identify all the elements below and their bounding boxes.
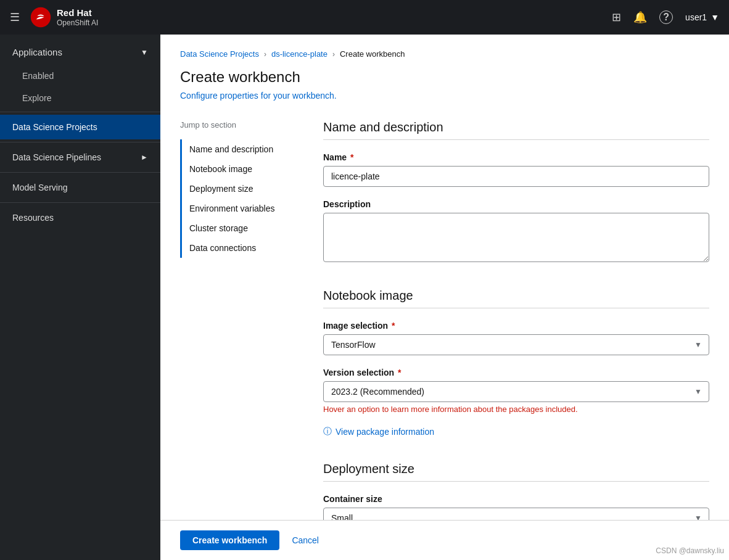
name-form-group: Name * (323, 152, 709, 187)
notebook-image-section: Notebook image Image selection * TensorF… (323, 289, 709, 437)
breadcrumb-current: Create workbench (340, 49, 405, 59)
sidebar-item-data-science-projects[interactable]: Data Science Projects (0, 115, 160, 139)
breadcrumb: Data Science Projects › ds-licence-plate… (180, 49, 709, 59)
user-chevron-icon: ▼ (710, 12, 719, 22)
image-selection-label: Image selection * (323, 321, 709, 331)
breadcrumb-sep-1: › (264, 50, 266, 59)
image-select[interactable]: TensorFlow PyTorch CUDA Standard Data Sc… (323, 334, 709, 355)
sidebar-divider-4 (0, 202, 160, 203)
view-package-label: View package information (336, 427, 434, 437)
applications-label: Applications (12, 47, 62, 57)
deployment-size-heading: Deployment size (323, 462, 709, 482)
grid-icon[interactable]: ⊞ (612, 10, 621, 24)
sidebar-item-enabled[interactable]: Enabled (0, 65, 160, 87)
name-label-text: Name (323, 152, 347, 162)
description-label: Description (323, 199, 709, 209)
image-select-wrapper: TensorFlow PyTorch CUDA Standard Data Sc… (323, 334, 709, 355)
explore-label: Explore (22, 93, 51, 103)
page-footer: Create workbench Cancel (160, 520, 729, 560)
notebook-image-heading: Notebook image (323, 289, 709, 308)
dsp-label: Data Science Projects (12, 122, 97, 132)
jump-nav-items: Name and description Notebook image Depl… (180, 139, 303, 258)
page-subtitle: Configure properties for your workbench. (180, 91, 709, 101)
name-input[interactable] (323, 166, 709, 187)
name-description-heading: Name and description (323, 120, 709, 140)
version-select-wrapper: 2023.2 (Recommended) 2023.1 2022.2 ▼ (323, 381, 709, 402)
brand-text: Red Hat OpenShift AI (57, 7, 98, 27)
jump-nav: Jump to section Name and description Not… (180, 120, 303, 520)
resources-label: Resources (12, 213, 54, 223)
description-textarea[interactable] (323, 213, 709, 262)
brand: Red Hat OpenShift AI (30, 6, 98, 28)
view-package-link[interactable]: ⓘ View package information (323, 426, 709, 437)
user-label: user1 (685, 12, 707, 22)
container-select[interactable]: Small Medium Large Custom (323, 508, 709, 520)
breadcrumb-sep-2: › (332, 50, 335, 59)
hamburger-icon[interactable]: ☰ (10, 10, 20, 24)
image-selection-form-group: Image selection * TensorFlow PyTorch CUD… (323, 321, 709, 355)
jump-nav-title: Jump to section (180, 120, 303, 130)
container-select-wrapper: Small Medium Large Custom ▼ (323, 508, 709, 520)
sidebar-nav: Applications ▼ Enabled Explore Data Scie… (0, 35, 160, 235)
user-menu[interactable]: user1 ▼ (685, 12, 719, 22)
sidebar: Applications ▼ Enabled Explore Data Scie… (0, 35, 160, 560)
sidebar-item-explore[interactable]: Explore (0, 87, 160, 109)
navbar-right: ⊞ 🔔 ? user1 ▼ (612, 10, 719, 24)
image-selection-label-text: Image selection (323, 321, 388, 331)
breadcrumb-dsp[interactable]: Data Science Projects (180, 49, 259, 59)
sidebar-divider-1 (0, 112, 160, 112)
version-hint: Hover an option to learn more informatio… (323, 405, 709, 414)
redhat-logo-icon (30, 6, 52, 28)
sidebar-item-data-science-pipelines[interactable]: Data Science Pipelines ► (0, 145, 160, 170)
brand-sub: OpenShift AI (57, 19, 98, 27)
name-description-section: Name and description Name * Description (323, 120, 709, 264)
top-navbar: ☰ Red Hat OpenShift AI ⊞ 🔔 ? user1 ▼ (0, 0, 729, 35)
jump-nav-environment-variables[interactable]: Environment variables (182, 199, 303, 218)
jump-nav-data-connections[interactable]: Data connections (182, 238, 303, 258)
name-required: * (350, 152, 353, 162)
navbar-left: ☰ Red Hat OpenShift AI (10, 6, 98, 28)
applications-chevron-icon: ▼ (141, 48, 148, 57)
version-selection-label-text: Version selection (323, 368, 394, 377)
container-size-form-group: Container size Small Medium Large Custom… (323, 494, 709, 520)
sidebar-divider-3 (0, 172, 160, 173)
cancel-button[interactable]: Cancel (289, 530, 321, 550)
pipelines-chevron-icon: ► (141, 153, 148, 162)
jump-nav-cluster-storage[interactable]: Cluster storage (182, 218, 303, 238)
sidebar-item-resources[interactable]: Resources (0, 205, 160, 230)
version-select[interactable]: 2023.2 (Recommended) 2023.1 2022.2 (323, 381, 709, 402)
create-workbench-button[interactable]: Create workbench (180, 530, 279, 550)
container-size-label: Container size (323, 494, 709, 504)
form-layout: Jump to section Name and description Not… (180, 120, 709, 520)
form-section: Name and description Name * Description (323, 120, 709, 520)
ms-label: Model Serving (12, 183, 68, 192)
sidebar-item-model-serving[interactable]: Model Serving (0, 175, 160, 200)
page-content: Data Science Projects › ds-licence-plate… (160, 35, 729, 520)
app-layout: Applications ▼ Enabled Explore Data Scie… (0, 35, 729, 560)
info-circle-icon: ⓘ (323, 426, 332, 437)
jump-nav-name-description[interactable]: Name and description (182, 139, 303, 159)
help-icon[interactable]: ? (659, 10, 673, 24)
content-area: Data Science Projects › ds-licence-plate… (160, 35, 729, 560)
name-label: Name * (323, 152, 709, 162)
deployment-size-section: Deployment size Container size Small Med… (323, 462, 709, 520)
enabled-label: Enabled (22, 71, 54, 81)
brand-main: Red Hat (57, 7, 98, 19)
page-title: Create workbench (180, 68, 709, 86)
image-required: * (392, 321, 395, 331)
sidebar-divider-2 (0, 142, 160, 142)
jump-nav-deployment-size[interactable]: Deployment size (182, 179, 303, 199)
dspi-label: Data Science Pipelines (12, 152, 101, 162)
version-selection-label: Version selection * (323, 368, 709, 377)
bell-icon[interactable]: 🔔 (633, 10, 647, 24)
breadcrumb-project[interactable]: ds-licence-plate (271, 49, 327, 59)
jump-nav-notebook-image[interactable]: Notebook image (182, 159, 303, 179)
description-form-group: Description (323, 199, 709, 264)
version-selection-form-group: Version selection * 2023.2 (Recommended)… (323, 368, 709, 414)
version-required: * (398, 368, 401, 377)
sidebar-item-applications[interactable]: Applications ▼ (0, 39, 160, 65)
page-subtitle-text: Configure properties for your workbench. (180, 91, 337, 101)
